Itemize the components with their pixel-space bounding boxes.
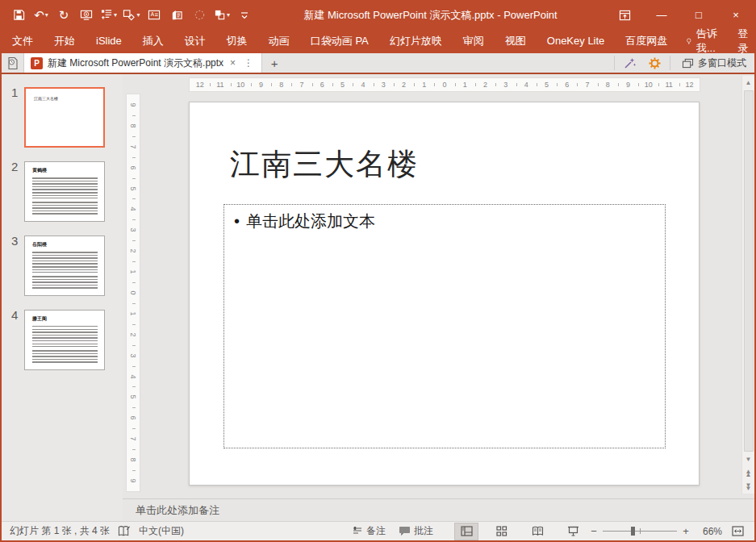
close-button[interactable]: ×	[717, 2, 754, 28]
magic-wand-icon[interactable]	[618, 53, 642, 73]
fit-slide-to-window-button[interactable]	[725, 523, 750, 540]
v-ruler-mark: 5	[127, 178, 140, 199]
multi-window-mode-button[interactable]: 多窗口模式	[674, 56, 754, 70]
undo-dropdown-icon[interactable]: ▾	[45, 11, 48, 19]
slide-thumbnail-3[interactable]: 岳阳楼	[24, 236, 105, 296]
new-tab-button[interactable]: +	[262, 53, 286, 73]
start-slideshow-icon[interactable]	[76, 5, 97, 26]
v-ruler-mark: 7	[127, 136, 140, 157]
thumbnail-title-text: 江南三大名楼	[34, 96, 103, 101]
animation-disabled-icon	[189, 5, 210, 26]
h-ruler-mark: 9	[618, 77, 638, 92]
slideshow-view-button[interactable]	[561, 523, 585, 540]
zoom-slider-thumb[interactable]	[631, 527, 635, 536]
h-ruler-mark: 10	[638, 77, 658, 92]
shapes-dropdown-icon[interactable]: ▾	[136, 11, 140, 19]
ribbon-tab-11[interactable]: OneKey Lite	[537, 28, 616, 53]
scroll-up-icon[interactable]: ▲	[742, 76, 755, 90]
ribbon-tab-3[interactable]: 插入	[132, 28, 174, 53]
slide-canvas[interactable]: 江南三大名楼 • 单击此处添加文本	[189, 102, 700, 486]
window-title: 新建 Microsoft PowerPoint 演示文稿.pptx - Powe…	[255, 8, 606, 23]
ribbon-tab-12[interactable]: 百度网盘	[615, 28, 678, 53]
ribbon-tab-2[interactable]: iSlide	[86, 28, 132, 53]
ribbon-tab-7[interactable]: 口袋动画 PA	[300, 28, 379, 53]
normal-view-button[interactable]	[454, 523, 478, 540]
v-ruler-mark: 4	[127, 198, 140, 219]
vertical-scrollbar[interactable]: ▲ ▼ ▲▲ ▼▼	[741, 76, 754, 494]
document-tab-title: 新建 Microsoft PowerPoint 演示文稿.pptx	[48, 56, 223, 70]
h-ruler-mark: 3	[374, 77, 394, 92]
recent-documents-icon[interactable]	[2, 53, 24, 73]
slide-thumbnail-4[interactable]: 滕王阁	[24, 310, 105, 370]
body-text-placeholder[interactable]: • 单击此处添加文本	[223, 204, 666, 448]
previous-slide-icon[interactable]: ▲▲	[742, 466, 755, 480]
document-tab[interactable]: P 新建 Microsoft PowerPoint 演示文稿.pptx × ⋮	[24, 53, 262, 73]
slide-number-3: 3	[11, 234, 18, 248]
spellcheck-icon[interactable]	[118, 525, 131, 537]
reading-view-button[interactable]	[525, 523, 549, 540]
language-status[interactable]: 中文(中国)	[139, 524, 184, 538]
ribbon-display-options-icon[interactable]	[606, 2, 643, 28]
slide-title-text[interactable]: 江南三大名楼	[230, 144, 419, 185]
settings-gear-icon[interactable]	[642, 53, 666, 73]
zoom-out-button[interactable]: −	[590, 525, 598, 537]
h-ruler-mark: 6	[557, 77, 577, 92]
horizontal-ruler[interactable]: 1211109876543210123456789101112	[189, 77, 700, 92]
ribbon-tab-5[interactable]: 切换	[216, 28, 258, 53]
notes-placeholder-text[interactable]: 单击此处添加备注	[136, 503, 219, 518]
undo-icon[interactable]: ↶▾	[31, 5, 52, 26]
ribbon-tab-1[interactable]: 开始	[44, 28, 86, 53]
h-ruler-mark: 1	[455, 77, 475, 92]
arrange-dropdown-icon[interactable]: ▾	[227, 11, 230, 19]
arrange-objects-icon[interactable]: ▾	[211, 5, 232, 26]
next-slide-icon[interactable]: ▼▼	[742, 480, 755, 494]
sign-in-button[interactable]: 登录	[728, 27, 756, 56]
ribbon-tab-8[interactable]: 幻灯片放映	[379, 28, 453, 53]
tab-menu-icon[interactable]: ⋮	[242, 57, 255, 69]
new-slide-dropdown-icon[interactable]: ▾	[114, 11, 117, 19]
thumbnail-body-text-block	[32, 276, 98, 290]
v-ruler-mark: 8	[127, 115, 140, 136]
ribbon-tab-9[interactable]: 审阅	[453, 28, 495, 53]
zoom-in-button[interactable]: +	[682, 525, 690, 537]
slide-thumbnail-2[interactable]: 黄鹤楼	[24, 161, 105, 222]
text-box-icon[interactable]: A	[144, 5, 165, 26]
maximize-button[interactable]: □	[680, 2, 717, 28]
shapes-icon[interactable]: ▾	[121, 5, 142, 26]
ribbon-tab-10[interactable]: 视图	[495, 28, 537, 53]
vertical-ruler[interactable]: 9876543210123456789	[126, 94, 140, 492]
h-ruler-mark: 0	[434, 77, 454, 92]
customize-quick-access-toolbar-icon[interactable]	[234, 5, 255, 26]
zoom-slider[interactable]	[603, 531, 677, 532]
tell-me-label: 告诉我...	[696, 27, 720, 56]
save-icon[interactable]	[8, 5, 29, 26]
status-bar: 幻灯片 第 1 张 , 共 4 张 中文(中国) 备注 批注	[2, 521, 754, 540]
slide-sorter-view-button[interactable]	[490, 523, 514, 540]
minimize-button[interactable]: —	[643, 2, 680, 28]
tell-me-button[interactable]: 告诉我...	[678, 27, 728, 56]
notes-pane[interactable]: 单击此处添加备注	[123, 498, 754, 521]
scroll-down-icon[interactable]: ▼	[742, 452, 755, 466]
body-placeholder-text[interactable]: 单击此处添加文本	[246, 211, 375, 232]
h-ruler-mark: 6	[312, 77, 332, 92]
ribbon-tab-6[interactable]: 动画	[258, 28, 300, 53]
slide-thumbnail-1[interactable]: 江南三大名楼	[24, 87, 105, 148]
scrollbar-thumb[interactable]	[744, 90, 754, 452]
ribbon-tab-4[interactable]: 设计	[174, 28, 216, 53]
ribbon-tab-file[interactable]: 文件	[2, 28, 44, 53]
slide-layout-icon[interactable]	[166, 5, 187, 26]
slide-number-4: 4	[11, 308, 18, 322]
zoom-percentage[interactable]: 66%	[695, 526, 722, 537]
slide-counter: 幻灯片 第 1 张 , 共 4 张	[10, 524, 110, 538]
v-ruler-mark: 3	[127, 345, 140, 366]
thumbnail-body-text-block	[32, 350, 98, 365]
lightbulb-icon	[686, 35, 692, 47]
h-ruler-mark: 8	[598, 77, 618, 92]
v-ruler-mark: 3	[127, 219, 140, 240]
new-slide-icon[interactable]: ▾	[98, 5, 119, 26]
comments-toggle-button[interactable]: 批注	[392, 522, 440, 541]
redo-icon[interactable]: ↻	[53, 5, 74, 26]
h-ruler-mark: 5	[332, 77, 353, 92]
tab-close-icon[interactable]: ×	[228, 57, 237, 69]
notes-toggle-button[interactable]: 备注	[345, 522, 392, 541]
